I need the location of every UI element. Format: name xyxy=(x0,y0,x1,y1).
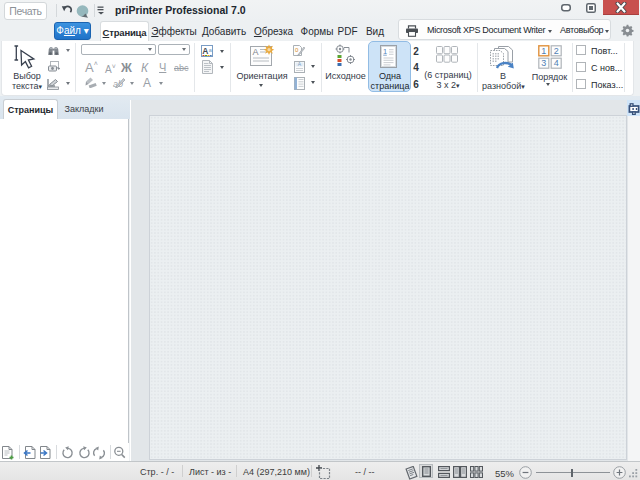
svg-text:А: А xyxy=(202,46,208,56)
svg-text:1: 1 xyxy=(541,46,546,56)
svg-text:2: 2 xyxy=(554,46,559,56)
svg-text:1: 1 xyxy=(383,47,387,56)
svg-text:3: 3 xyxy=(541,58,546,68)
svg-text:А: А xyxy=(252,47,258,57)
svg-text:4: 4 xyxy=(554,58,559,68)
